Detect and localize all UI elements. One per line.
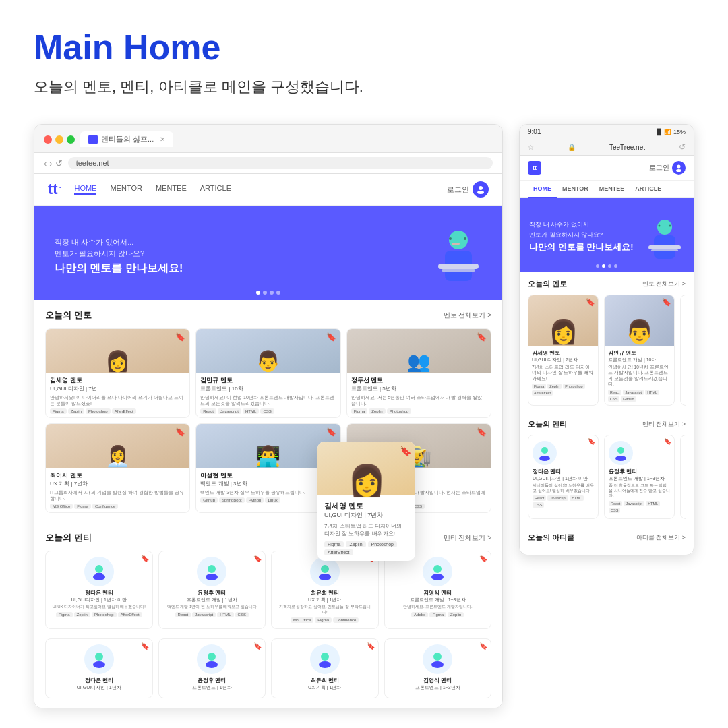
mobile-tag: React [608, 390, 621, 395]
popup-bookmark[interactable]: 🔖 [400, 446, 411, 456]
mobile-mentee-card-3[interactable] [680, 435, 686, 519]
mobile-mentee-card-2-desc: 좀 더 효율적으로 코드 짜는 방법을 시니어들에게 전수 받고 싶습니다. [609, 483, 670, 499]
popup-card-image: 👩 🔖 [317, 442, 415, 495]
mentor-card-1-bookmark[interactable]: 🔖 [175, 332, 186, 343]
mentor-card-2-bookmark[interactable]: 🔖 [326, 332, 337, 343]
mentor-card-3-bookmark[interactable]: 🔖 [477, 332, 487, 343]
nav-home[interactable]: HOME [74, 184, 96, 195]
mobile-tag: Aftereffect [532, 390, 553, 396]
mentee-card-4-bookmark[interactable]: 🔖 [479, 555, 487, 562]
nav-article[interactable]: ARTICLE [200, 184, 231, 195]
mobile-mentor-card-2[interactable]: 👨 🔖 김민규 멘토 프론트엔드 개발 | 10차 안녕하세요! 10년차 프론… [604, 295, 675, 406]
svg-point-20 [208, 653, 216, 661]
mentee-section-link[interactable]: 멘티 전체보기 > [444, 533, 491, 543]
mentee-card-5-bookmark[interactable]: 🔖 [141, 642, 149, 650]
mobile-tag: Photoshop [563, 384, 584, 389]
mobile-mentee-card-2-bookmark[interactable]: 🔖 [664, 438, 671, 445]
mobile-nav-home[interactable]: HOME [528, 181, 557, 198]
mentor-card-1-title: UI,GUI 디자인 | 7년 [50, 385, 185, 392]
mentee-card-5[interactable]: 🔖 정다은 멘티 UI,GUI디자인 | 1년차 [45, 638, 153, 698]
nav-mentee[interactable]: MENTEE [156, 184, 187, 195]
mobile-mentee-card-1-tags: React Javascript HTML CSS [533, 495, 594, 508]
mentor-section-header: 오늘의 멘토 멘토 전체보기 > [45, 309, 491, 322]
mentee-card-6-bookmark[interactable]: 🔖 [253, 642, 262, 650]
mentee-section-header: 오늘의 멘티 멘티 전체보기 > [45, 532, 491, 544]
mentee-card-8[interactable]: 🔖 김영식 멘티 프론트엔드 | 1~3년차 [384, 638, 492, 698]
popup-tag-zeplin: Zeplin [346, 541, 365, 547]
mentor-section: 오늘의 멘토 멘토 전체보기 > 👩 🔖 김세영 멘토 UI,GUI 디자인 |… [34, 300, 502, 522]
svg-point-24 [433, 653, 442, 661]
svg-point-7 [464, 237, 466, 240]
mobile-nav-mentee[interactable]: MENTEE [594, 181, 630, 197]
tag: HTML [217, 612, 233, 617]
mentee-card-3-avatar [310, 557, 340, 586]
mobile-mentor-card-1-bookmark[interactable]: 🔖 [586, 298, 595, 307]
tag: Python [246, 497, 264, 503]
mentee-card-4-role: 프론트엔드 개발 | 1~3년차 [390, 597, 486, 603]
mentee-card-8-bookmark[interactable]: 🔖 [479, 642, 487, 650]
mentor-card-3[interactable]: 👥 🔖 정두선 멘토 프론트엔드 | 5년차 안녕하세요. 저는 5년동안 여러… [346, 328, 491, 418]
refresh-button[interactable]: ↺ [55, 158, 63, 169]
mentor-card-4-bookmark[interactable]: 🔖 [175, 427, 186, 438]
mobile-tag: React [609, 501, 622, 506]
url-bar[interactable]: teetee.net [68, 157, 493, 169]
mentee-card-7-avatar [310, 644, 340, 674]
mobile-mentee-card-2[interactable]: 🔖 윤정후 멘티 프론트엔드 개발 | 1~3년차 좀 더 효율적으로 코드 짜… [604, 435, 675, 519]
mentee-card-7-bookmark[interactable]: 🔖 [367, 642, 375, 650]
mobile-tag: Github [621, 396, 636, 402]
site-login[interactable]: 로그인 [447, 181, 489, 198]
mentee-section-2: 🔖 정다은 멘티 UI,GUI디자인 | 1년차 🔖 윤정후 멘티 [34, 638, 502, 708]
mobile-nav-mentor[interactable]: MENTOR [557, 181, 594, 197]
mobile-mentor-card-1[interactable]: 👩 🔖 김세영 멘토 UI,GUI 디자인 | 7년차 7년차 스타트업 리드 … [528, 295, 599, 406]
logo-dot: · [59, 184, 61, 191]
mentee-card-1[interactable]: 🔖 정다은 멘티 UI,GUI디자인 | 1년차 미만 UI UX 디자이너가 … [45, 551, 153, 629]
mentor-cards-grid: 👩 🔖 김세영 멘토 UI,GUI 디자인 | 7년 안녕하세요! 이 다이어리… [45, 328, 491, 513]
mobile-mentee-card-1-bookmark[interactable]: 🔖 [588, 438, 595, 445]
mentor-card-2[interactable]: 👨 🔖 김민규 멘토 프론트엔드 | 10차 안녕하세요! 이 현업 10년차 … [195, 328, 340, 418]
mentee-card-1-desc: UI UX 디자이너가 되고싶어요 열심히 배우겠습니다! [51, 605, 147, 610]
back-arrow[interactable]: ‹ [44, 158, 47, 169]
mobile-nav-article[interactable]: ARTICLE [630, 181, 667, 197]
svg-point-26 [677, 165, 681, 169]
mentor-card-4[interactable]: 👩‍💼 🔖 최어시 멘토 UX 기획 | 7년차 IT그룹회사에서 7개의 기업… [45, 423, 190, 513]
svg-point-15 [319, 574, 331, 580]
mobile-mentor-link[interactable]: 멘토 전체보기 > [642, 280, 686, 289]
browser-chrome: 멘티들의 싫프... ✕ [34, 125, 502, 153]
mentor-section-link[interactable]: 멘토 전체보기 > [444, 311, 491, 320]
mentee-card-7[interactable]: 🔖 최유희 멘티 UX 기획 | 1년차 [271, 638, 379, 698]
mentee-card-2[interactable]: 🔖 윤정후 멘티 프론트엔드 개발 | 1년차 백엔드 개발 1년이 된 노하우… [158, 551, 266, 629]
wifi-icon: 📶 [664, 129, 671, 135]
mentor-card-6-bookmark[interactable]: 🔖 [477, 427, 487, 438]
hero-dot-4 [276, 291, 280, 295]
mentee-card-2-bookmark[interactable]: 🔖 [253, 555, 262, 562]
mentor-card-2-desc: 안녕하세요! 이 현업 10년차 프론트엔드 개발자입니다. 프론트엔드의 모든… [200, 394, 336, 406]
mobile-refresh-icon[interactable]: ↺ [679, 142, 686, 152]
mobile-hero-big: 나만의 멘토를 만나보세요! [529, 241, 634, 253]
mobile-mentee-card-1[interactable]: 🔖 정다은 멘티 UI,GUI디자인 | 1년차 미만 시니어들이 싫어요! 노… [528, 435, 599, 519]
mobile-mentee-link[interactable]: 멘티 전체보기 > [642, 420, 686, 429]
mentee-card-4[interactable]: 🔖 김영식 멘티 프론트엔드 개발 | 1~3년차 안녕하세요. 프론트엔드 개… [384, 551, 492, 629]
svg-point-16 [433, 565, 442, 573]
mentee-card-6[interactable]: 🔖 윤정후 멘티 프론트엔드 | 1년차 [158, 638, 266, 698]
mentee-card-1-bookmark[interactable]: 🔖 [141, 555, 149, 562]
mentor-card-4-body: 최어시 멘토 UX 기획 | 7년차 IT그룹회사에서 7개의 기업을 발랜싱 … [46, 468, 189, 512]
mentor-card-5-bookmark[interactable]: 🔖 [326, 427, 337, 438]
svg-point-32 [659, 225, 661, 227]
tag: Javascript [192, 612, 216, 617]
mobile-mentor-card-3[interactable] [680, 295, 686, 406]
nav-mentor[interactable]: MENTOR [110, 184, 142, 195]
browser-tab[interactable]: 멘티들의 싫프... ✕ [80, 131, 173, 147]
mentee-card-3[interactable]: 🔖 최유희 멘티 UX 기획 | 1년차 기획자로 성장하고 싶어요. 멘토님들… [271, 551, 379, 629]
mentor-card-3-title: 프론트엔드 | 5년차 [351, 385, 487, 392]
mobile-url-text[interactable]: TeeTree.net [609, 144, 645, 151]
forward-arrow[interactable]: › [49, 158, 52, 169]
mentor-card-1[interactable]: 👩 🔖 김세영 멘토 UI,GUI 디자인 | 7년 안녕하세요! 이 다이어리… [45, 328, 190, 418]
mobile-login[interactable]: 로그인 [649, 161, 686, 175]
mentee-card-6-name: 윤정후 멘티 [164, 677, 260, 684]
mentor-card-5-desc: 백엔드 개발 3년차 실무 노하우를 공유해드립니다. [200, 489, 336, 495]
mentee-card-3-tags: MS Office Figma Confluence [277, 617, 373, 623]
popup-card[interactable]: 👩 🔖 김세영 멘토 UI,GUI 디자인 | 7년차 7년차 스타트업 리드 … [317, 442, 415, 561]
mobile-article-link[interactable]: 아티클 전체보기 > [636, 533, 686, 542]
hero-dots [256, 291, 280, 295]
mobile-mentor-card-2-bookmark[interactable]: 🔖 [662, 298, 671, 307]
